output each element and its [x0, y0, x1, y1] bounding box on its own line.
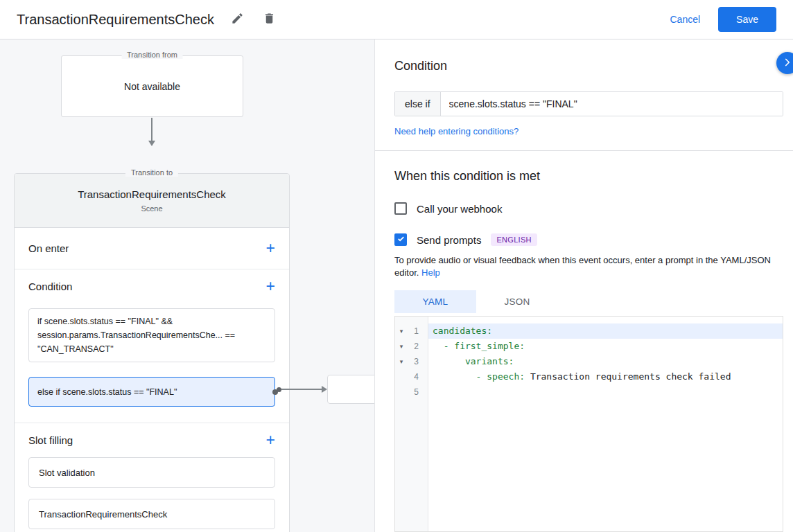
delete-scene-button[interactable]: [261, 11, 278, 28]
scene-card-title: TransactionRequirementsCheck: [78, 188, 226, 200]
scene-card: Transition to TransactionRequirementsChe…: [14, 173, 290, 532]
panel-title: Condition: [394, 59, 783, 73]
code-line[interactable]: [428, 384, 783, 400]
save-button[interactable]: Save: [718, 7, 776, 32]
transition-from-value: Not available: [124, 81, 180, 92]
send-prompts-label: Send prompts: [417, 234, 481, 246]
slot-validation-item[interactable]: Slot validation: [28, 457, 275, 488]
on-enter-row: On enter +: [15, 228, 289, 269]
yaml-editor[interactable]: ▾1 ▾2 ▾3 4 5 candidates: - first_simple:…: [394, 316, 783, 532]
add-slot-button[interactable]: +: [266, 432, 275, 448]
cancel-button[interactable]: Cancel: [670, 14, 700, 25]
condition-item-selected[interactable]: else if scene.slots.status == "FINAL": [28, 377, 275, 407]
line-number: 1: [408, 326, 423, 336]
condition-item-text: else if scene.slots.status == "FINAL": [37, 385, 177, 399]
transition-arrow-right: [277, 384, 328, 394]
help-link[interactable]: Help: [421, 267, 440, 278]
transition-from-node: Transition from Not available: [61, 55, 243, 117]
header-actions: Cancel Save: [670, 7, 776, 32]
conditions-help-link[interactable]: Need help entering conditions?: [394, 126, 518, 136]
scene-card-header[interactable]: TransactionRequirementsCheck Scene: [15, 174, 289, 228]
code-line[interactable]: - first_simple:: [428, 339, 783, 354]
tab-yaml[interactable]: YAML: [394, 290, 476, 313]
condition-section: Condition + if scene.slots.status == "FI…: [15, 269, 289, 423]
send-prompts-row: Send prompts ENGLISH: [394, 233, 783, 246]
condition-input-row: else if: [394, 91, 783, 116]
edit-scene-button[interactable]: [229, 11, 246, 28]
line-number: 2: [408, 342, 423, 351]
checkmark-icon: [397, 233, 406, 246]
editor-code-area[interactable]: candidates: - first_simple: variants: - …: [428, 317, 783, 531]
line-number: 3: [408, 357, 423, 366]
condition-detail-panel: Condition else if Need help entering con…: [374, 39, 793, 532]
arrow-head-icon: [148, 141, 155, 146]
editor-gutter: ▾1 ▾2 ▾3 4 5: [395, 317, 428, 531]
language-badge: ENGLISH: [491, 233, 537, 246]
fold-toggle-icon[interactable]: ▾: [395, 358, 408, 365]
fold-toggle-icon[interactable]: ▾: [395, 328, 408, 335]
add-condition-button[interactable]: +: [266, 278, 275, 294]
transition-target-node[interactable]: [327, 375, 374, 404]
prompts-description: To provide audio or visual feedback when…: [394, 254, 783, 279]
chevron-right-icon: [781, 56, 793, 71]
condition-section-label: Condition: [28, 281, 72, 292]
slot-filling-section: Slot filling + Slot validation Transacti…: [15, 423, 289, 532]
scene-name-title: TransactionRequirementsCheck: [17, 12, 214, 28]
condition-prefix-label: else if: [395, 92, 441, 116]
transition-arrow-down: [148, 118, 156, 146]
transition-from-label: Transition from: [121, 51, 183, 59]
transition-to-label: Transition to: [125, 168, 178, 177]
pencil-icon: [231, 12, 244, 27]
arrow-head-icon: [322, 386, 327, 393]
code-line[interactable]: candidates:: [428, 323, 783, 339]
send-prompts-checkbox[interactable]: [394, 233, 407, 246]
scene-graph-canvas[interactable]: Transition from Not available Transition…: [0, 39, 374, 532]
webhook-checkbox[interactable]: [394, 202, 407, 215]
line-number: 5: [408, 387, 423, 397]
top-app-bar: TransactionRequirementsCheck Cancel Save: [0, 0, 793, 39]
webhook-row: Call your webhook: [394, 202, 783, 215]
prompts-description-text: To provide audio or visual feedback when…: [394, 255, 771, 278]
webhook-label: Call your webhook: [417, 203, 502, 215]
on-enter-label: On enter: [28, 242, 69, 254]
line-number: 4: [408, 372, 423, 382]
code-line[interactable]: - speech: Transaction requirements check…: [428, 369, 783, 384]
condition-section-row: Condition +: [15, 269, 289, 303]
scene-card-subtitle: Scene: [141, 204, 162, 213]
slot-filling-label: Slot filling: [28, 434, 73, 446]
slot-filling-row: Slot filling +: [15, 423, 289, 456]
when-met-title: When this condition is met: [394, 169, 783, 184]
trash-icon: [263, 12, 276, 27]
code-line[interactable]: variants:: [428, 354, 783, 369]
editor-tabs: YAML JSON: [394, 290, 783, 313]
panel-divider: [375, 150, 793, 151]
condition-expression-input[interactable]: [441, 92, 783, 116]
fold-toggle-icon[interactable]: ▾: [395, 343, 408, 350]
condition-item[interactable]: if scene.slots.status == "FINAL" && sess…: [28, 308, 275, 362]
collapse-panel-button[interactable]: [776, 52, 793, 74]
tab-json[interactable]: JSON: [476, 290, 558, 313]
slot-item[interactable]: TransactionRequirementsCheck: [28, 499, 275, 529]
add-on-enter-button[interactable]: +: [266, 240, 275, 256]
